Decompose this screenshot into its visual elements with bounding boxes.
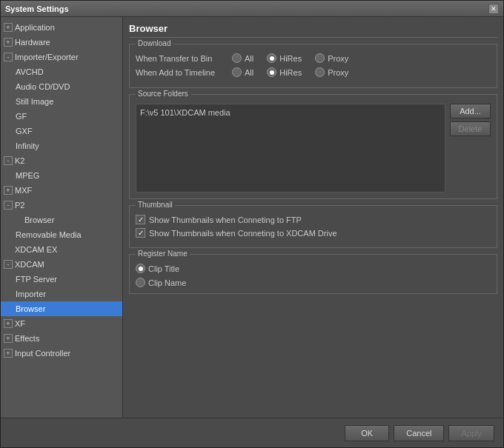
clip-title-radio[interactable] <box>136 264 145 273</box>
cancel-button[interactable]: Cancel <box>394 425 444 441</box>
thumbnail-group-label: Thumbnail <box>136 201 175 209</box>
transfer-to-bin-options: All HiRes Proxy <box>232 53 348 63</box>
sidebar-item-importer[interactable]: Importer <box>1 287 122 301</box>
thumbnail-ftp-label: Show Thumbnails when Conneting to FTP <box>149 215 302 224</box>
folder-list[interactable]: F:\v5 101\XDCAM media <box>136 104 445 193</box>
system-settings-window: System Settings ✕ + Application + Hardwa… <box>0 0 504 448</box>
sidebar-item-removable-media[interactable]: Removable Media <box>1 227 122 242</box>
apply-button[interactable]: Apply <box>448 425 494 441</box>
sidebar-item-xf[interactable]: + XF <box>1 316 122 331</box>
sidebar-item-avchd[interactable]: AVCHD <box>1 64 122 79</box>
sidebar-item-effects[interactable]: + Effects <box>1 331 122 346</box>
expand-icon[interactable]: - <box>4 156 13 165</box>
sidebar-label: P2 <box>15 201 24 210</box>
content-area: + Application + Hardware - Importer/Expo… <box>1 17 503 418</box>
panel-title: Browser <box>129 23 497 38</box>
sidebar-item-audio-cd-dvd[interactable]: Audio CD/DVD <box>1 79 122 94</box>
sidebar-item-infinity[interactable]: Infinity <box>1 138 122 153</box>
clip-name-label: Clip Name <box>148 278 186 287</box>
proxy-label-row1: Proxy <box>328 54 348 63</box>
thumbnail-xdcam-row[interactable]: Show Thumbnails when Conneting to XDCAM … <box>136 228 491 238</box>
close-button[interactable]: ✕ <box>488 4 499 14</box>
download-row2: When Add to Timeline All HiRes Proxy <box>136 67 491 77</box>
source-folders-label: Source Folders <box>136 90 190 98</box>
sidebar-item-hardware[interactable]: + Hardware <box>1 35 122 50</box>
expand-icon[interactable]: - <box>4 53 13 61</box>
sidebar-label: MXF <box>15 186 32 195</box>
sidebar-label: XF <box>15 319 25 328</box>
sidebar-item-still-image[interactable]: Still Image <box>1 94 122 109</box>
sidebar-label: Importer/Exporter <box>15 53 79 61</box>
titlebar: System Settings ✕ <box>1 1 503 17</box>
bottom-bar: OK Cancel Apply <box>1 418 503 447</box>
hires-option-row2[interactable]: HiRes <box>267 67 302 77</box>
sidebar-item-gxf[interactable]: GXF <box>1 124 122 138</box>
sidebar-label: MPEG <box>16 171 39 180</box>
download-group-label: Download <box>136 39 173 47</box>
sidebar-item-importer-exporter[interactable]: - Importer/Exporter <box>1 50 122 64</box>
expand-icon[interactable]: + <box>4 23 13 32</box>
sidebar-item-browser-xdcam[interactable]: Browser <box>1 301 122 316</box>
sidebar-label: Infinity <box>16 141 39 150</box>
sidebar-label: Still Image <box>16 97 53 106</box>
clip-name-option[interactable]: Clip Name <box>136 278 491 287</box>
hires-radio-row1[interactable] <box>267 53 276 63</box>
expand-icon[interactable]: + <box>4 186 13 195</box>
thumbnail-group: Thumbnail Show Thumbnails when Conneting… <box>129 205 497 248</box>
expand-icon[interactable]: + <box>4 349 13 358</box>
sidebar-label: Application <box>15 23 55 32</box>
hires-option-row1[interactable]: HiRes <box>267 53 302 63</box>
expand-icon[interactable]: - <box>4 201 13 210</box>
hires-radio-row2[interactable] <box>267 67 276 77</box>
sidebar-item-xdcam-ex[interactable]: XDCAM EX <box>1 242 122 257</box>
all-radio-row2[interactable] <box>232 67 242 77</box>
folder-list-item: F:\v5 101\XDCAM media <box>139 107 442 118</box>
sidebar-label: Browser <box>16 304 45 313</box>
proxy-radio-row2[interactable] <box>315 67 325 77</box>
all-option-row2[interactable]: All <box>232 67 253 77</box>
thumbnail-ftp-row[interactable]: Show Thumbnails when Conneting to FTP <box>136 215 491 224</box>
sidebar-item-application[interactable]: + Application <box>1 20 122 35</box>
thumbnail-xdcam-label: Show Thumbnails when Conneting to XDCAM … <box>149 229 337 238</box>
expand-icon[interactable]: + <box>4 319 13 328</box>
register-name-content: Clip Title Clip Name <box>136 264 491 287</box>
all-radio-row1[interactable] <box>232 53 242 63</box>
thumbnail-ftp-checkbox[interactable] <box>136 215 145 224</box>
proxy-radio-row1[interactable] <box>315 53 325 63</box>
sidebar-item-ftp-server[interactable]: FTP Server <box>1 272 122 287</box>
sidebar-item-input-controller[interactable]: + Input Controller <box>1 346 122 361</box>
expand-icon[interactable]: + <box>4 334 13 343</box>
clip-title-option[interactable]: Clip Title <box>136 264 491 273</box>
sidebar-label: Audio CD/DVD <box>16 82 70 91</box>
proxy-option-row1[interactable]: Proxy <box>315 53 348 63</box>
proxy-label-row2: Proxy <box>328 68 348 77</box>
expand-icon[interactable]: - <box>4 260 13 269</box>
sidebar-item-mpeg[interactable]: MPEG <box>1 168 122 183</box>
sidebar-label: K2 <box>15 156 24 165</box>
sidebar-item-mxf[interactable]: + MXF <box>1 183 122 198</box>
all-option-row1[interactable]: All <box>232 53 253 63</box>
sidebar-label: GF <box>16 112 27 121</box>
download-row1: When Transfer to Bin All HiRes Proxy <box>136 53 491 63</box>
sidebar-item-xdcam[interactable]: - XDCAM <box>1 257 122 272</box>
add-button[interactable]: Add... <box>450 104 491 118</box>
delete-button[interactable]: Delete <box>450 121 491 136</box>
expand-icon[interactable]: + <box>4 38 13 47</box>
sidebar-item-k2[interactable]: - K2 <box>1 153 122 168</box>
all-label-row1: All <box>245 54 253 63</box>
add-to-timeline-options: All HiRes Proxy <box>232 67 348 77</box>
thumbnail-xdcam-checkbox[interactable] <box>136 228 145 238</box>
sidebar-item-p2-browser[interactable]: Browser <box>1 213 122 227</box>
sidebar-label: XDCAM EX <box>15 245 57 254</box>
all-label-row2: All <box>245 68 253 77</box>
sidebar-item-gf[interactable]: GF <box>1 109 122 124</box>
proxy-option-row2[interactable]: Proxy <box>315 67 348 77</box>
clip-name-radio[interactable] <box>136 278 145 287</box>
add-to-timeline-label: When Add to Timeline <box>136 68 232 77</box>
download-group: Download When Transfer to Bin All HiRes <box>129 44 497 88</box>
ok-button[interactable]: OK <box>345 425 389 441</box>
sidebar-item-p2[interactable]: - P2 <box>1 198 122 213</box>
register-name-group-label: Register Name <box>136 250 190 258</box>
hires-label-row2: HiRes <box>279 68 302 77</box>
clip-title-label: Clip Title <box>148 264 179 273</box>
